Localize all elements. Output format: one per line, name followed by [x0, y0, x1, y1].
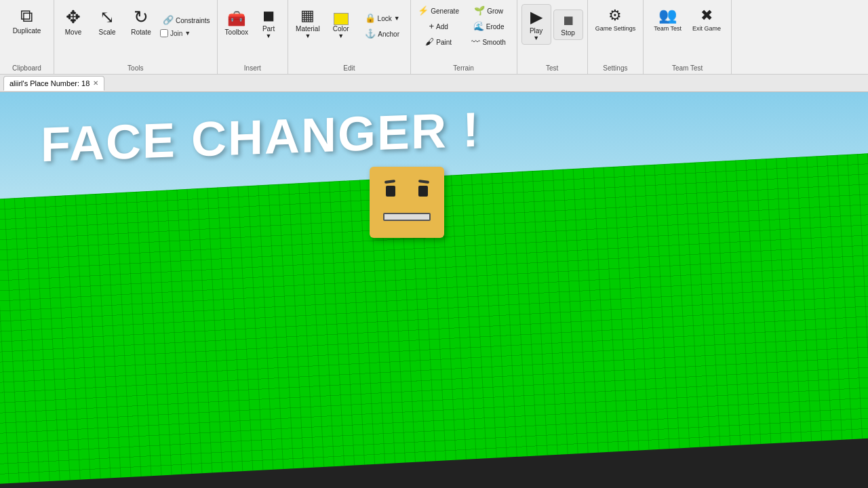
play-dropdown-icon[interactable]: ▼	[533, 35, 539, 41]
settings-section: ⚙ Game Settings Settings	[588, 0, 644, 74]
join-checkbox[interactable]	[160, 29, 168, 37]
exit-game-icon: ✖	[701, 7, 713, 24]
smooth-button[interactable]: 〰 Smooth	[465, 35, 513, 49]
constraints-icon: 🔗	[163, 15, 174, 25]
play-icon: ▶	[530, 7, 542, 26]
anchor-icon: ⚓	[365, 28, 376, 39]
join-dropdown-icon[interactable]: ▼	[184, 30, 191, 37]
roblox-character	[370, 167, 451, 248]
teamtest-label: Team Test	[644, 64, 731, 72]
terrain-section: ⚡ Generate + Add 🖌 Paint 🌱 Grow	[411, 0, 517, 74]
part-button[interactable]: ◼ Part ▼	[254, 4, 283, 42]
tabbar: aliirl's Place Number: 18 ✕	[0, 75, 868, 92]
lock-icon: 🔒	[365, 13, 376, 23]
color-dropdown-icon[interactable]: ▼	[338, 33, 344, 39]
lock-dropdown-icon[interactable]: ▼	[394, 15, 400, 22]
stop-icon: ⏹	[561, 13, 575, 28]
erode-button[interactable]: 🌊 Erode	[465, 20, 513, 33]
paint-icon: 🖌	[425, 37, 434, 47]
rotate-icon: ↻	[134, 7, 149, 28]
material-dropdown-icon[interactable]: ▼	[304, 33, 311, 39]
anchor-button[interactable]: ⚓ Anchor	[359, 27, 406, 41]
tools-label: Tools	[54, 64, 217, 72]
left-eyebrow	[384, 180, 395, 184]
duplicate-icon: ⧉	[20, 5, 33, 26]
grow-button[interactable]: 🌱 Grow	[465, 4, 513, 18]
move-button[interactable]: ✥ Move	[58, 4, 88, 39]
paint-button[interactable]: 🖌 Paint	[415, 35, 462, 49]
teamtest-section: 👥 Team Test ✖ Exit Game Team Test	[644, 0, 732, 74]
right-eyebrow	[418, 180, 429, 184]
insert-section: 🧰 Toolbox ◼ Part ▼ Insert	[218, 0, 288, 74]
character-mouth	[380, 211, 434, 223]
constraints-button[interactable]: 🔗 Constraints	[160, 14, 213, 27]
test-section: ▶ Play ▼ ⏹ Stop Test	[517, 0, 588, 74]
join-label: Join	[170, 30, 182, 37]
insert-label: Insert	[218, 64, 288, 72]
generate-button[interactable]: ⚡ Generate	[415, 4, 462, 18]
team-test-icon: 👥	[658, 7, 677, 24]
game-settings-button[interactable]: ⚙ Game Settings	[592, 4, 639, 35]
clipboard-section: ⧉ Duplicate Clipboard	[0, 0, 54, 74]
scale-icon: ⤡	[100, 7, 115, 28]
erode-icon: 🌊	[473, 21, 484, 31]
exit-game-button[interactable]: ✖ Exit Game	[689, 4, 724, 35]
add-button[interactable]: + Add	[415, 20, 462, 33]
join-row: Join ▼	[160, 29, 213, 37]
terrain-label: Terrain	[411, 64, 517, 72]
tab-label: aliirl's Place Number: 18	[9, 79, 90, 87]
tools-section: ✥ Move ⤡ Scale ↻ Rotate 🔗 Constraints Jo…	[54, 0, 218, 74]
edit-label: Edit	[288, 64, 410, 72]
move-icon: ✥	[66, 7, 81, 28]
rotate-button[interactable]: ↻ Rotate	[126, 4, 156, 39]
toolbox-button[interactable]: 🧰 Toolbox	[222, 7, 252, 39]
part-dropdown-icon[interactable]: ▼	[266, 33, 272, 39]
smooth-icon: 〰	[471, 37, 480, 47]
right-eye	[418, 186, 428, 197]
color-button[interactable]: Color ▼	[326, 10, 356, 42]
generate-icon: ⚡	[418, 5, 429, 16]
character-teeth	[383, 213, 431, 221]
part-icon: ◼	[262, 7, 275, 24]
game-settings-icon: ⚙	[608, 7, 622, 24]
stop-button[interactable]: ⏹ Stop	[553, 9, 583, 40]
play-button[interactable]: ▶ Play ▼	[521, 4, 551, 45]
tab-place[interactable]: aliirl's Place Number: 18 ✕	[3, 76, 104, 91]
tab-close-icon[interactable]: ✕	[93, 79, 98, 87]
color-swatch	[334, 13, 349, 25]
toolbox-icon: 🧰	[227, 10, 245, 28]
viewport: FACE CHANGER !	[0, 92, 868, 488]
test-label: Test	[517, 64, 587, 72]
scale-button[interactable]: ⤡ Scale	[92, 4, 122, 39]
material-icon: ▦	[300, 7, 315, 24]
character-head	[370, 167, 444, 238]
lock-button[interactable]: 🔒 Lock ▼	[359, 12, 406, 25]
grow-icon: 🌱	[474, 5, 485, 16]
team-test-button[interactable]: 👥 Team Test	[650, 4, 685, 35]
duplicate-button[interactable]: ⧉ Duplicate	[9, 3, 45, 37]
edit-section: ▦ Material ▼ Color ▼ 🔒 Lock ▼ ⚓ Anchor	[288, 0, 411, 74]
left-eye	[386, 186, 395, 197]
toolbar: ⧉ Duplicate Clipboard ✥ Move ⤡ Scale ↻ R…	[0, 0, 868, 75]
clipboard-label: Clipboard	[0, 64, 54, 72]
settings-label: Settings	[588, 64, 644, 72]
add-icon: +	[429, 21, 434, 31]
material-button[interactable]: ▦ Material ▼	[292, 4, 323, 42]
